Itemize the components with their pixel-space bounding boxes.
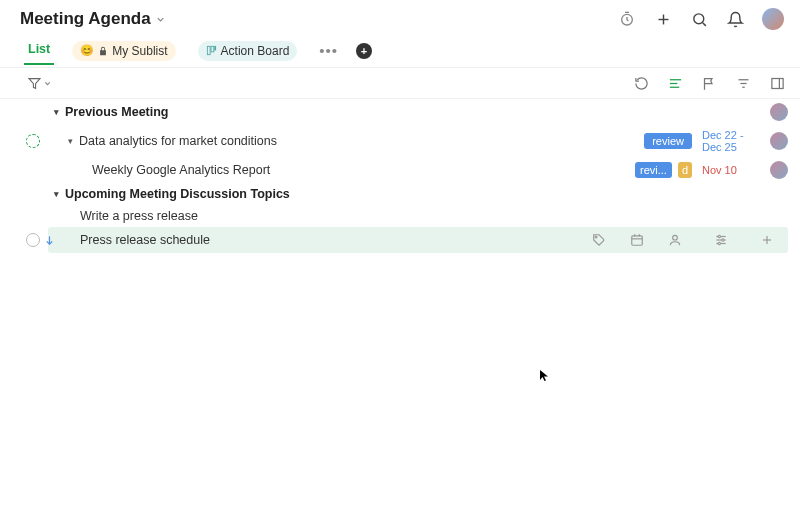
task-title: Press release schedule xyxy=(80,233,590,247)
svg-line-4 xyxy=(702,22,705,25)
task-title: Weekly Google Analytics Report xyxy=(92,163,635,177)
tabs-bar: List 😊 My Sublist Action Board ••• + xyxy=(0,34,800,68)
task-row[interactable]: Write a press release xyxy=(0,205,800,227)
expand-icon[interactable]: ▾ xyxy=(68,136,73,146)
svg-point-23 xyxy=(673,236,678,241)
board-icon xyxy=(206,45,217,56)
header-actions xyxy=(618,8,784,30)
tabs-more-icon[interactable]: ••• xyxy=(315,42,342,59)
filter-icon xyxy=(28,77,41,90)
tag-chip[interactable]: review xyxy=(644,133,692,149)
add-tab-button[interactable]: + xyxy=(356,43,372,59)
filter-button[interactable] xyxy=(28,77,52,90)
svg-point-3 xyxy=(693,13,703,23)
page-title: Meeting Agenda xyxy=(20,9,151,29)
toolbar-right xyxy=(632,74,786,92)
lock-icon xyxy=(98,46,108,56)
section-title: Previous Meeting xyxy=(65,105,169,119)
task-list: ▾ Previous Meeting ▾ Data analytics for … xyxy=(0,99,800,253)
align-left-icon[interactable] xyxy=(666,74,684,92)
title-wrap[interactable]: Meeting Agenda xyxy=(20,9,166,29)
calendar-icon[interactable] xyxy=(628,231,646,249)
tab-list-label: List xyxy=(28,42,50,56)
smile-icon: 😊 xyxy=(80,44,94,57)
svg-rect-15 xyxy=(771,78,782,88)
assignee-avatar[interactable] xyxy=(770,161,788,179)
tab-list[interactable]: List xyxy=(24,36,54,65)
user-icon[interactable] xyxy=(666,231,684,249)
svg-rect-5 xyxy=(207,46,210,54)
section-right xyxy=(638,103,788,121)
bell-icon[interactable] xyxy=(726,10,744,28)
section-header[interactable]: ▾ Previous Meeting xyxy=(0,99,800,125)
svg-point-28 xyxy=(722,239,724,241)
svg-rect-6 xyxy=(211,46,214,52)
tag-icon[interactable] xyxy=(590,231,608,249)
chevron-down-icon xyxy=(43,79,52,88)
task-meta: review Dec 22 - Dec 25 xyxy=(638,129,788,153)
assignee-avatar[interactable] xyxy=(770,103,788,121)
plus-icon[interactable] xyxy=(654,10,672,28)
user-avatar[interactable] xyxy=(762,8,784,30)
due-date[interactable]: Nov 10 xyxy=(702,164,762,176)
arrow-down-icon[interactable] xyxy=(44,234,55,247)
undo-icon[interactable] xyxy=(632,74,650,92)
tab-action-label: Action Board xyxy=(221,44,290,58)
page-header: Meeting Agenda xyxy=(0,0,800,34)
svg-rect-7 xyxy=(214,46,215,50)
status-circle[interactable] xyxy=(26,233,40,247)
tag-chip: revi... xyxy=(635,162,672,178)
task-title: Data analytics for market conditions xyxy=(79,134,638,148)
task-row[interactable]: ▾ Data analytics for market conditions r… xyxy=(0,125,800,157)
section-header[interactable]: ▾ Upcoming Meeting Discussion Topics xyxy=(0,183,800,205)
tab-sublist[interactable]: 😊 My Sublist xyxy=(68,35,179,67)
tab-action-badge: Action Board xyxy=(198,41,298,61)
list-toolbar xyxy=(0,68,800,99)
settings-sliders-icon[interactable] xyxy=(712,231,730,249)
task-row[interactable]: Weekly Google Analytics Report revi...d … xyxy=(0,157,800,183)
collapse-icon: ▾ xyxy=(54,189,59,199)
task-meta: revi...d Nov 10 xyxy=(635,161,788,179)
panel-icon[interactable] xyxy=(768,74,786,92)
tab-sublist-label: My Sublist xyxy=(112,44,167,58)
status-circle[interactable] xyxy=(26,134,40,148)
assignee-avatar[interactable] xyxy=(770,132,788,150)
svg-marker-8 xyxy=(29,78,40,88)
tag-group[interactable]: revi...d xyxy=(635,162,698,179)
task-row-selected[interactable]: Press release schedule xyxy=(48,227,788,253)
flag-icon[interactable] xyxy=(700,74,718,92)
search-icon[interactable] xyxy=(690,10,708,28)
svg-point-29 xyxy=(718,243,720,245)
cursor-icon xyxy=(538,368,550,382)
sort-icon[interactable] xyxy=(734,74,752,92)
collapse-icon: ▾ xyxy=(54,107,59,117)
svg-point-27 xyxy=(718,236,720,238)
section-title: Upcoming Meeting Discussion Topics xyxy=(65,187,290,201)
add-subtask-icon[interactable] xyxy=(758,231,776,249)
tab-action-board[interactable]: Action Board xyxy=(194,35,302,67)
chevron-down-icon xyxy=(155,14,166,25)
tab-sublist-badge: 😊 My Sublist xyxy=(72,41,175,61)
svg-rect-19 xyxy=(632,236,643,245)
tag-chip: d xyxy=(678,162,692,178)
task-title: Write a press release xyxy=(80,209,788,223)
due-date[interactable]: Dec 22 - Dec 25 xyxy=(702,129,762,153)
selection-actions xyxy=(590,231,776,249)
svg-point-18 xyxy=(595,236,597,238)
timer-icon[interactable] xyxy=(618,10,636,28)
